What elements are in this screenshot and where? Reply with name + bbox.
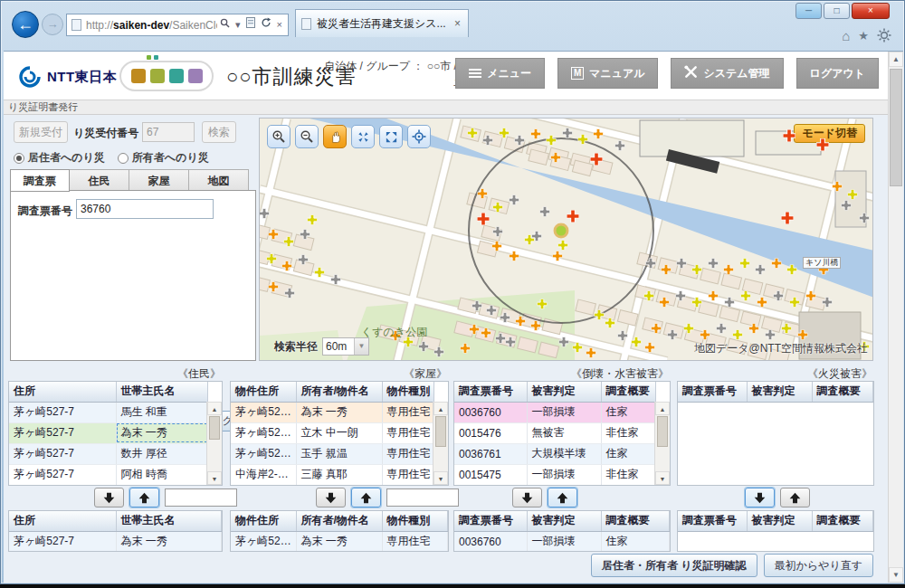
damage-marker-icon[interactable] bbox=[493, 203, 503, 213]
damage-marker-icon[interactable] bbox=[717, 324, 727, 334]
reception-number-input[interactable] bbox=[142, 122, 195, 142]
refresh-icon[interactable] bbox=[261, 14, 272, 35]
damage-marker-icon[interactable] bbox=[766, 330, 776, 340]
manual-button[interactable]: M マニュアル bbox=[557, 58, 658, 89]
table-row[interactable]: 茅ヶ崎52…大日 剛十郎専用住宅 bbox=[231, 485, 434, 486]
pan-hand-button[interactable] bbox=[323, 125, 347, 148]
damage-marker-icon[interactable] bbox=[860, 213, 870, 223]
map-area[interactable]: くすのき公園 キソ川橋 bbox=[259, 118, 873, 361]
table-row[interactable]: 茅ヶ崎527-7金作 智浄 bbox=[9, 485, 208, 486]
damage-marker-icon[interactable] bbox=[553, 251, 563, 261]
damage-marker-icon[interactable] bbox=[692, 298, 702, 308]
tab-close-icon[interactable]: × bbox=[452, 17, 462, 30]
damage-marker-icon[interactable] bbox=[605, 318, 615, 328]
tab-houses[interactable]: 家屋 bbox=[129, 169, 189, 192]
damage-marker-icon[interactable] bbox=[510, 195, 519, 205]
home-icon[interactable]: ⌂ bbox=[842, 28, 850, 46]
damage-marker-icon[interactable] bbox=[772, 259, 782, 269]
mode-switch-button[interactable]: モード切替 bbox=[794, 124, 865, 143]
damage-marker-icon[interactable] bbox=[269, 282, 279, 292]
table-row[interactable]: 茅ヶ崎52…為末 一秀専用住宅 bbox=[231, 402, 434, 422]
scroll-down-icon[interactable]: ▼ bbox=[207, 471, 222, 485]
damage-marker-icon[interactable] bbox=[724, 265, 734, 275]
damage-marker-icon[interactable] bbox=[531, 321, 541, 331]
tab-survey[interactable]: 調査票 bbox=[10, 169, 70, 192]
damage-marker-icon[interactable] bbox=[515, 136, 525, 146]
damage-marker-icon[interactable] bbox=[285, 289, 295, 299]
damage-marker-icon[interactable] bbox=[646, 259, 656, 269]
damage-marker-icon[interactable] bbox=[645, 343, 655, 353]
minimize-button[interactable]: ─ bbox=[795, 3, 822, 19]
damage-marker-icon[interactable] bbox=[741, 291, 751, 301]
table-row[interactable]: 0036761大規模半壊住家 bbox=[454, 443, 656, 464]
damage-marker-icon[interactable] bbox=[749, 324, 759, 334]
damage-marker-icon[interactable] bbox=[506, 337, 516, 347]
damage-marker-icon[interactable] bbox=[492, 242, 502, 251]
selection-input[interactable] bbox=[165, 488, 237, 507]
table-row[interactable]: 茅ヶ崎52…為末 一秀専用住宅 bbox=[231, 531, 448, 552]
damage-marker-icon[interactable] bbox=[676, 291, 686, 301]
damage-marker-icon[interactable] bbox=[618, 331, 628, 341]
table-row[interactable]: 0015476無被害非住家 bbox=[454, 422, 656, 443]
table-row[interactable]: 茅ヶ崎527-7為末 一秀 bbox=[9, 531, 222, 552]
radius-select[interactable]: 60m ▼ bbox=[322, 337, 369, 356]
selected-location-dot[interactable] bbox=[554, 223, 569, 239]
damage-marker-icon[interactable] bbox=[842, 201, 852, 211]
browser-tab[interactable]: 被災者生活再建支援シス... × bbox=[295, 9, 469, 37]
damage-marker-icon[interactable] bbox=[684, 324, 694, 334]
logout-button[interactable]: ログアウト bbox=[796, 58, 879, 89]
move-down-button[interactable] bbox=[745, 488, 775, 507]
tab-residents[interactable]: 住民 bbox=[70, 169, 129, 192]
damage-marker-icon[interactable] bbox=[419, 342, 429, 352]
survey-number-input[interactable] bbox=[76, 199, 214, 219]
damage-marker-icon[interactable] bbox=[782, 324, 792, 334]
damage-marker-icon[interactable] bbox=[823, 298, 833, 308]
contract-view-button[interactable] bbox=[351, 125, 375, 148]
move-down-button[interactable] bbox=[316, 488, 346, 507]
damage-marker-icon[interactable] bbox=[487, 306, 497, 316]
damage-marker-icon[interactable] bbox=[644, 291, 654, 301]
compatibility-icon[interactable] bbox=[246, 14, 255, 35]
move-up-button[interactable] bbox=[129, 488, 159, 507]
col-header[interactable]: 世帯主氏名 bbox=[116, 382, 208, 402]
damage-marker-icon[interactable] bbox=[532, 232, 542, 242]
damage-marker-icon[interactable] bbox=[692, 265, 702, 275]
damage-marker-icon[interactable] bbox=[483, 136, 493, 146]
damage-marker-icon[interactable] bbox=[315, 268, 325, 278]
scroll-up-icon[interactable]: ▲ bbox=[889, 52, 903, 67]
damage-marker-icon[interactable] bbox=[331, 275, 341, 285]
table-row[interactable]: 0015475一部損壊非住家 bbox=[454, 464, 656, 485]
damage-marker-icon[interactable] bbox=[781, 212, 794, 224]
scroll-up-icon[interactable]: ▲ bbox=[433, 402, 448, 415]
scroll-thumb[interactable] bbox=[890, 69, 902, 186]
reception-search-button[interactable]: 検索 bbox=[202, 121, 236, 143]
damage-marker-icon[interactable] bbox=[434, 347, 444, 357]
table-row[interactable]: 0036760一部損壊住家 bbox=[454, 531, 670, 552]
damage-marker-icon[interactable] bbox=[269, 230, 279, 240]
damage-marker-icon[interactable] bbox=[757, 298, 767, 308]
damage-marker-icon[interactable] bbox=[481, 328, 491, 338]
damage-marker-icon[interactable] bbox=[590, 153, 603, 166]
table-row[interactable]: 茅ヶ崎527-7馬生 和重 bbox=[9, 402, 208, 422]
damage-marker-icon[interactable] bbox=[540, 207, 550, 217]
damage-marker-icon[interactable] bbox=[478, 189, 488, 199]
damage-marker-icon[interactable] bbox=[652, 324, 662, 334]
damage-marker-icon[interactable] bbox=[559, 337, 569, 347]
damage-marker-icon[interactable] bbox=[660, 298, 670, 308]
page-scrollbar[interactable]: ▲ ▼ bbox=[888, 52, 903, 583]
damage-marker-icon[interactable] bbox=[595, 310, 605, 320]
damage-marker-icon[interactable] bbox=[787, 265, 797, 275]
damage-marker-icon[interactable] bbox=[461, 344, 471, 354]
damage-marker-icon[interactable] bbox=[538, 299, 548, 309]
damage-marker-icon[interactable] bbox=[308, 215, 318, 225]
stop-icon[interactable]: × bbox=[277, 14, 282, 35]
damage-marker-icon[interactable] bbox=[806, 291, 816, 301]
table-row[interactable]: 茅ヶ崎527-7阿相 時喬 bbox=[9, 464, 208, 485]
damage-marker-icon[interactable] bbox=[299, 255, 309, 265]
close-button[interactable]: × bbox=[852, 3, 890, 19]
tab-map[interactable]: 地図 bbox=[189, 169, 249, 192]
damage-marker-icon[interactable] bbox=[472, 301, 482, 311]
table-row[interactable]: 茅ヶ崎527-7数井 厚径 bbox=[9, 443, 208, 464]
damage-marker-icon[interactable] bbox=[700, 330, 710, 340]
damage-marker-icon[interactable] bbox=[470, 325, 480, 335]
